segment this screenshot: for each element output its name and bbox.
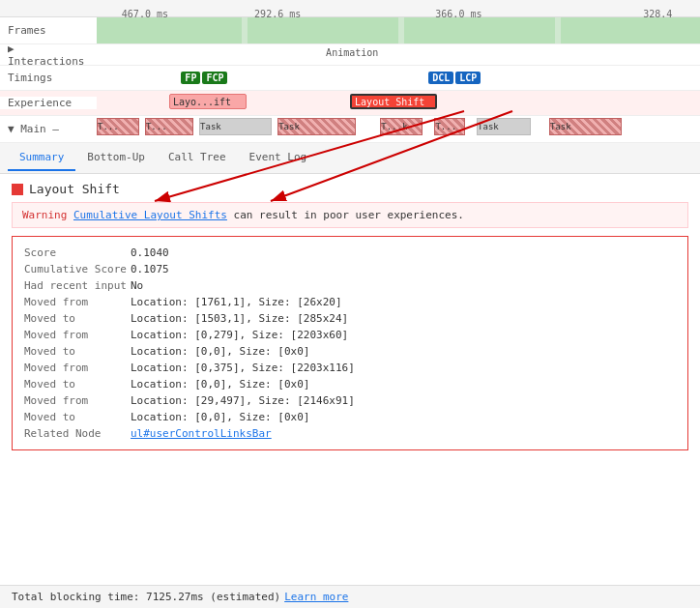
movement-row-5: Moved toLocation: [0,0], Size: [0x0]: [24, 376, 676, 392]
tab-summary[interactable]: Summary: [8, 145, 75, 171]
content-area: Layout Shift Warning Cumulative Layout S…: [0, 174, 700, 466]
recent-input-value: No: [131, 279, 143, 292]
red-square-icon: [12, 184, 23, 195]
main-row: ▼ Main — T... T... Task Task T...k T... …: [0, 116, 700, 143]
movement-row-3: Moved toLocation: [0,0], Size: [0x0]: [24, 343, 676, 360]
movement-label-2: Moved from: [24, 329, 131, 341]
related-node-value[interactable]: ul#userControlLinksBar: [131, 427, 272, 440]
cumulative-value: 0.1075: [131, 263, 169, 275]
frames-label: Frames: [0, 24, 97, 37]
details-box: Score 0.1040 Cumulative Score 0.1075 Had…: [12, 236, 688, 450]
warning-link[interactable]: Cumulative Layout Shifts: [73, 209, 227, 221]
frames-content: [97, 17, 700, 43]
movement-value-0: Location: [1761,1], Size: [26x20]: [131, 296, 342, 308]
movement-label-6: Moved from: [24, 394, 131, 407]
movement-value-3: Location: [0,0], Size: [0x0]: [131, 345, 309, 358]
task-4[interactable]: T...k: [380, 118, 423, 135]
movement-row-0: Moved fromLocation: [1761,1], Size: [26x…: [24, 294, 676, 310]
movement-value-1: Location: [1503,1], Size: [285x24]: [131, 312, 348, 325]
task-0[interactable]: T...: [97, 118, 139, 135]
experience-label: Experience: [0, 97, 97, 109]
score-row: Score 0.1040: [24, 245, 676, 261]
frames-bar: [97, 17, 700, 43]
movement-row-1: Moved toLocation: [1503,1], Size: [285x2…: [24, 310, 676, 327]
fp-fcp-badges: FP FCP: [181, 66, 227, 90]
dcl-badge: DCL: [428, 72, 453, 84]
recent-input-label: Had recent input: [24, 279, 131, 292]
fp-badge: FP: [181, 72, 200, 84]
score-value: 0.1040: [131, 246, 169, 259]
dcl-lcp-badges: DCL LCP: [428, 66, 481, 90]
fcp-badge: FCP: [202, 72, 227, 84]
timings-row: Timings FP FCP DCL LCP: [0, 66, 700, 91]
related-node-label: Related Node: [24, 427, 131, 440]
task-1[interactable]: T...: [145, 118, 193, 135]
experience-block-selected[interactable]: Layout Shift: [350, 94, 437, 109]
timings-content: FP FCP DCL LCP: [97, 66, 700, 90]
frames-row: Frames: [0, 17, 700, 44]
experience-content: Layo...ift Layout Shift: [97, 91, 700, 115]
task-6[interactable]: Task: [477, 118, 531, 135]
task-7[interactable]: Task: [549, 118, 622, 135]
movement-label-7: Moved to: [24, 411, 131, 423]
movement-row-2: Moved fromLocation: [0,279], Size: [2203…: [24, 327, 676, 343]
movement-value-4: Location: [0,375], Size: [2203x116]: [131, 362, 355, 374]
timings-label: Timings: [0, 72, 97, 84]
interactions-row: ▶ Interactions Animation: [0, 44, 700, 66]
warning-label: Warning: [22, 209, 67, 221]
tabs-bar: Summary Bottom-Up Call Tree Event Log: [0, 143, 700, 174]
warning-bar: Warning Cumulative Layout Shifts can res…: [12, 202, 688, 228]
experience-row: Experience Layo...ift Layout Shift: [0, 91, 700, 116]
cumulative-row: Cumulative Score 0.1075: [24, 261, 676, 277]
score-label: Score: [24, 246, 131, 259]
warning-message: can result in poor user experiences.: [234, 209, 464, 221]
movement-value-5: Location: [0,0], Size: [0x0]: [131, 378, 309, 391]
task-3[interactable]: Task: [277, 118, 356, 135]
recent-input-row: Had recent input No: [24, 277, 676, 294]
experience-block-1[interactable]: Layo...ift: [169, 94, 247, 109]
tab-bottom-up[interactable]: Bottom-Up: [75, 145, 157, 171]
timeline-section: 467.0 ms 292.6 ms 366.0 ms 328.4 Frames …: [0, 0, 700, 143]
animation-label: Animation: [326, 47, 378, 58]
movement-label-4: Moved from: [24, 362, 131, 374]
movement-label-1: Moved to: [24, 312, 131, 325]
movement-value-6: Location: [29,497], Size: [2146x91]: [131, 394, 355, 407]
movement-value-7: Location: [0,0], Size: [0x0]: [131, 411, 309, 423]
lcp-badge: LCP: [455, 72, 481, 84]
panel-title: Layout Shift: [29, 182, 120, 196]
main-tasks-content: T... T... Task Task T...k T... Task Task: [97, 116, 700, 142]
movements-container: Moved fromLocation: [1761,1], Size: [26x…: [24, 294, 676, 425]
movement-value-2: Location: [0,279], Size: [2203x60]: [131, 329, 348, 341]
movement-label-5: Moved to: [24, 378, 131, 391]
movement-row-6: Moved fromLocation: [29,497], Size: [214…: [24, 392, 676, 409]
movement-row-4: Moved fromLocation: [0,375], Size: [2203…: [24, 360, 676, 376]
time-markers-row: 467.0 ms 292.6 ms 366.0 ms 328.4: [0, 0, 700, 17]
movement-label-0: Moved from: [24, 296, 131, 308]
frames-gradient: [97, 17, 700, 43]
tab-call-tree[interactable]: Call Tree: [157, 145, 238, 171]
main-label: ▼ Main —: [0, 123, 97, 135]
interactions-label: ▶ Interactions: [0, 44, 97, 66]
movement-label-3: Moved to: [24, 345, 131, 358]
tab-event-log[interactable]: Event Log: [238, 145, 319, 171]
interactions-content: Animation: [97, 44, 700, 65]
cumulative-label: Cumulative Score: [24, 263, 131, 275]
task-2[interactable]: Task: [199, 118, 272, 135]
movement-row-7: Moved toLocation: [0,0], Size: [0x0]: [24, 409, 676, 425]
related-node-row: Related Node ul#userControlLinksBar: [24, 425, 676, 442]
section-title: Layout Shift: [12, 182, 688, 196]
task-5[interactable]: T...: [434, 118, 464, 135]
